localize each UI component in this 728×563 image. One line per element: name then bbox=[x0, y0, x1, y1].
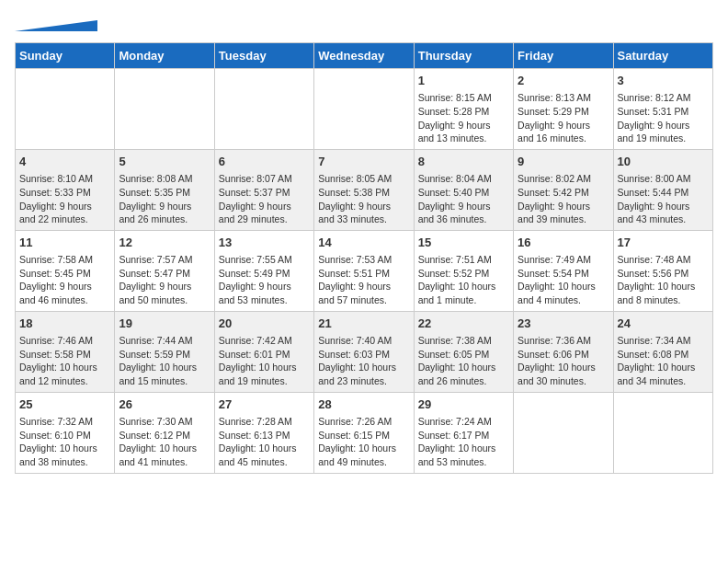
calendar-cell: 1Sunrise: 8:15 AM Sunset: 5:28 PM Daylig… bbox=[414, 69, 513, 150]
calendar-cell: 22Sunrise: 7:38 AM Sunset: 6:05 PM Dayli… bbox=[414, 311, 513, 392]
logo-icon bbox=[15, 20, 97, 31]
column-header-saturday: Saturday bbox=[613, 43, 712, 69]
day-info: Sunrise: 8:12 AM Sunset: 5:31 PM Dayligh… bbox=[618, 91, 709, 145]
calendar-cell: 25Sunrise: 7:32 AM Sunset: 6:10 PM Dayli… bbox=[16, 392, 115, 473]
calendar-cell: 27Sunrise: 7:28 AM Sunset: 6:13 PM Dayli… bbox=[214, 392, 313, 473]
day-number: 7 bbox=[318, 154, 409, 170]
day-info: Sunrise: 8:00 AM Sunset: 5:44 PM Dayligh… bbox=[618, 172, 709, 226]
column-header-friday: Friday bbox=[514, 43, 613, 69]
calendar-cell: 6Sunrise: 8:07 AM Sunset: 5:37 PM Daylig… bbox=[214, 149, 313, 230]
calendar-cell: 21Sunrise: 7:40 AM Sunset: 6:03 PM Dayli… bbox=[314, 311, 414, 392]
day-number: 15 bbox=[418, 235, 509, 251]
day-number: 29 bbox=[418, 396, 509, 413]
column-header-sunday: Sunday bbox=[16, 43, 115, 69]
day-number: 26 bbox=[119, 396, 210, 413]
calendar-cell bbox=[514, 392, 613, 473]
svg-marker-0 bbox=[15, 20, 97, 31]
day-info: Sunrise: 7:55 AM Sunset: 5:49 PM Dayligh… bbox=[219, 253, 310, 307]
day-number: 21 bbox=[318, 316, 409, 332]
day-info: Sunrise: 8:15 AM Sunset: 5:28 PM Dayligh… bbox=[418, 91, 509, 145]
calendar-cell: 24Sunrise: 7:34 AM Sunset: 6:08 PM Dayli… bbox=[613, 311, 712, 392]
day-info: Sunrise: 8:13 AM Sunset: 5:29 PM Dayligh… bbox=[518, 91, 609, 145]
calendar-cell: 9Sunrise: 8:02 AM Sunset: 5:42 PM Daylig… bbox=[514, 149, 613, 230]
column-header-wednesday: Wednesday bbox=[314, 43, 414, 69]
day-info: Sunrise: 7:36 AM Sunset: 6:06 PM Dayligh… bbox=[518, 334, 609, 388]
calendar-cell: 23Sunrise: 7:36 AM Sunset: 6:06 PM Dayli… bbox=[514, 311, 613, 392]
calendar-cell: 19Sunrise: 7:44 AM Sunset: 5:59 PM Dayli… bbox=[115, 311, 214, 392]
calendar-cell: 5Sunrise: 8:08 AM Sunset: 5:35 PM Daylig… bbox=[115, 149, 214, 230]
day-info: Sunrise: 7:32 AM Sunset: 6:10 PM Dayligh… bbox=[19, 415, 110, 469]
day-info: Sunrise: 7:38 AM Sunset: 6:05 PM Dayligh… bbox=[418, 334, 509, 388]
calendar-week-row: 18Sunrise: 7:46 AM Sunset: 5:58 PM Dayli… bbox=[16, 311, 713, 392]
day-number: 14 bbox=[318, 235, 409, 251]
day-number: 24 bbox=[618, 316, 709, 332]
column-header-thursday: Thursday bbox=[414, 43, 513, 69]
calendar-cell: 3Sunrise: 8:12 AM Sunset: 5:31 PM Daylig… bbox=[613, 69, 712, 150]
day-number: 12 bbox=[119, 235, 210, 251]
day-info: Sunrise: 7:34 AM Sunset: 6:08 PM Dayligh… bbox=[618, 334, 709, 388]
calendar-week-row: 25Sunrise: 7:32 AM Sunset: 6:10 PM Dayli… bbox=[16, 392, 713, 473]
calendar-cell: 17Sunrise: 7:48 AM Sunset: 5:56 PM Dayli… bbox=[613, 230, 712, 311]
day-number: 8 bbox=[418, 154, 509, 170]
calendar-cell: 20Sunrise: 7:42 AM Sunset: 6:01 PM Dayli… bbox=[214, 311, 313, 392]
calendar-cell: 26Sunrise: 7:30 AM Sunset: 6:12 PM Dayli… bbox=[115, 392, 214, 473]
calendar-cell: 7Sunrise: 8:05 AM Sunset: 5:38 PM Daylig… bbox=[314, 149, 414, 230]
calendar-header-row: SundayMondayTuesdayWednesdayThursdayFrid… bbox=[16, 43, 713, 69]
calendar-cell bbox=[214, 69, 313, 150]
day-number: 20 bbox=[219, 316, 310, 332]
calendar-cell: 8Sunrise: 8:04 AM Sunset: 5:40 PM Daylig… bbox=[414, 149, 513, 230]
day-info: Sunrise: 7:40 AM Sunset: 6:03 PM Dayligh… bbox=[318, 334, 409, 388]
day-info: Sunrise: 8:04 AM Sunset: 5:40 PM Dayligh… bbox=[418, 172, 509, 226]
day-number: 17 bbox=[618, 235, 709, 251]
day-number: 23 bbox=[518, 316, 609, 332]
day-info: Sunrise: 7:30 AM Sunset: 6:12 PM Dayligh… bbox=[119, 415, 210, 469]
calendar-cell: 12Sunrise: 7:57 AM Sunset: 5:47 PM Dayli… bbox=[115, 230, 214, 311]
calendar-cell: 28Sunrise: 7:26 AM Sunset: 6:15 PM Dayli… bbox=[314, 392, 414, 473]
day-number: 6 bbox=[219, 154, 310, 170]
day-number: 9 bbox=[518, 154, 609, 170]
day-info: Sunrise: 8:08 AM Sunset: 5:35 PM Dayligh… bbox=[119, 172, 210, 226]
day-number: 10 bbox=[618, 154, 709, 170]
logo bbox=[15, 18, 97, 35]
day-info: Sunrise: 8:02 AM Sunset: 5:42 PM Dayligh… bbox=[518, 172, 609, 226]
day-info: Sunrise: 7:24 AM Sunset: 6:17 PM Dayligh… bbox=[418, 415, 509, 469]
calendar-cell bbox=[613, 392, 712, 473]
day-number: 22 bbox=[418, 316, 509, 332]
calendar-cell: 10Sunrise: 8:00 AM Sunset: 5:44 PM Dayli… bbox=[613, 149, 712, 230]
day-number: 25 bbox=[19, 396, 110, 413]
day-info: Sunrise: 7:44 AM Sunset: 5:59 PM Dayligh… bbox=[119, 334, 210, 388]
day-info: Sunrise: 7:42 AM Sunset: 6:01 PM Dayligh… bbox=[219, 334, 310, 388]
day-number: 28 bbox=[318, 396, 409, 413]
day-info: Sunrise: 7:51 AM Sunset: 5:52 PM Dayligh… bbox=[418, 253, 509, 307]
calendar-table: SundayMondayTuesdayWednesdayThursdayFrid… bbox=[15, 42, 713, 474]
day-info: Sunrise: 7:49 AM Sunset: 5:54 PM Dayligh… bbox=[518, 253, 609, 307]
calendar-cell: 11Sunrise: 7:58 AM Sunset: 5:45 PM Dayli… bbox=[16, 230, 115, 311]
day-number: 16 bbox=[518, 235, 609, 251]
day-info: Sunrise: 8:10 AM Sunset: 5:33 PM Dayligh… bbox=[19, 172, 110, 226]
day-info: Sunrise: 7:53 AM Sunset: 5:51 PM Dayligh… bbox=[318, 253, 409, 307]
day-number: 5 bbox=[119, 154, 210, 170]
calendar-cell bbox=[314, 69, 414, 150]
day-number: 1 bbox=[418, 73, 509, 89]
calendar-cell: 2Sunrise: 8:13 AM Sunset: 5:29 PM Daylig… bbox=[514, 69, 613, 150]
calendar-week-row: 1Sunrise: 8:15 AM Sunset: 5:28 PM Daylig… bbox=[16, 69, 713, 150]
day-number: 4 bbox=[19, 154, 110, 170]
calendar-cell: 4Sunrise: 8:10 AM Sunset: 5:33 PM Daylig… bbox=[16, 149, 115, 230]
page-header bbox=[15, 15, 713, 35]
column-header-tuesday: Tuesday bbox=[214, 43, 313, 69]
day-number: 13 bbox=[219, 235, 310, 251]
day-number: 27 bbox=[219, 396, 310, 413]
calendar-cell: 16Sunrise: 7:49 AM Sunset: 5:54 PM Dayli… bbox=[514, 230, 613, 311]
day-number: 3 bbox=[618, 73, 709, 89]
day-number: 2 bbox=[518, 73, 609, 89]
calendar-cell: 18Sunrise: 7:46 AM Sunset: 5:58 PM Dayli… bbox=[16, 311, 115, 392]
calendar-week-row: 4Sunrise: 8:10 AM Sunset: 5:33 PM Daylig… bbox=[16, 149, 713, 230]
day-info: Sunrise: 8:07 AM Sunset: 5:37 PM Dayligh… bbox=[219, 172, 310, 226]
day-number: 11 bbox=[19, 235, 110, 251]
column-header-monday: Monday bbox=[115, 43, 214, 69]
day-info: Sunrise: 7:57 AM Sunset: 5:47 PM Dayligh… bbox=[119, 253, 210, 307]
calendar-cell: 13Sunrise: 7:55 AM Sunset: 5:49 PM Dayli… bbox=[214, 230, 313, 311]
day-info: Sunrise: 7:46 AM Sunset: 5:58 PM Dayligh… bbox=[19, 334, 110, 388]
calendar-cell: 15Sunrise: 7:51 AM Sunset: 5:52 PM Dayli… bbox=[414, 230, 513, 311]
calendar-cell bbox=[115, 69, 214, 150]
